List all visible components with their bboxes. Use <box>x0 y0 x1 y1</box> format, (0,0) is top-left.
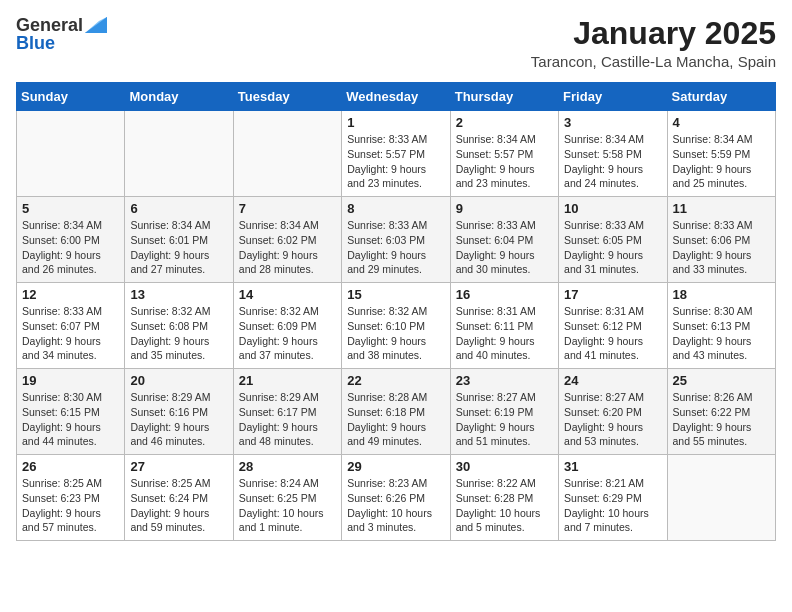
logo-general-text: General <box>16 16 83 34</box>
day-number: 12 <box>22 287 119 302</box>
day-info: Sunrise: 8:34 AM Sunset: 6:01 PM Dayligh… <box>130 218 227 277</box>
calendar-cell: 26Sunrise: 8:25 AM Sunset: 6:23 PM Dayli… <box>17 455 125 541</box>
day-number: 23 <box>456 373 553 388</box>
day-info: Sunrise: 8:31 AM Sunset: 6:11 PM Dayligh… <box>456 304 553 363</box>
day-number: 11 <box>673 201 770 216</box>
day-number: 14 <box>239 287 336 302</box>
day-info: Sunrise: 8:32 AM Sunset: 6:10 PM Dayligh… <box>347 304 444 363</box>
calendar-cell: 1Sunrise: 8:33 AM Sunset: 5:57 PM Daylig… <box>342 111 450 197</box>
day-info: Sunrise: 8:32 AM Sunset: 6:08 PM Dayligh… <box>130 304 227 363</box>
day-number: 1 <box>347 115 444 130</box>
day-info: Sunrise: 8:33 AM Sunset: 6:05 PM Dayligh… <box>564 218 661 277</box>
logo-blue-text: Blue <box>16 34 55 52</box>
day-info: Sunrise: 8:31 AM Sunset: 6:12 PM Dayligh… <box>564 304 661 363</box>
day-number: 20 <box>130 373 227 388</box>
day-info: Sunrise: 8:34 AM Sunset: 6:02 PM Dayligh… <box>239 218 336 277</box>
calendar-cell: 2Sunrise: 8:34 AM Sunset: 5:57 PM Daylig… <box>450 111 558 197</box>
calendar-cell <box>125 111 233 197</box>
calendar-cell: 15Sunrise: 8:32 AM Sunset: 6:10 PM Dayli… <box>342 283 450 369</box>
day-info: Sunrise: 8:33 AM Sunset: 6:06 PM Dayligh… <box>673 218 770 277</box>
day-number: 31 <box>564 459 661 474</box>
day-number: 19 <box>22 373 119 388</box>
day-info: Sunrise: 8:21 AM Sunset: 6:29 PM Dayligh… <box>564 476 661 535</box>
day-info: Sunrise: 8:27 AM Sunset: 6:19 PM Dayligh… <box>456 390 553 449</box>
calendar-cell: 28Sunrise: 8:24 AM Sunset: 6:25 PM Dayli… <box>233 455 341 541</box>
weekday-header-tuesday: Tuesday <box>233 83 341 111</box>
day-number: 26 <box>22 459 119 474</box>
day-info: Sunrise: 8:29 AM Sunset: 6:17 PM Dayligh… <box>239 390 336 449</box>
calendar-table: SundayMondayTuesdayWednesdayThursdayFrid… <box>16 82 776 541</box>
day-number: 16 <box>456 287 553 302</box>
day-info: Sunrise: 8:24 AM Sunset: 6:25 PM Dayligh… <box>239 476 336 535</box>
calendar-week-row: 5Sunrise: 8:34 AM Sunset: 6:00 PM Daylig… <box>17 197 776 283</box>
weekday-header-friday: Friday <box>559 83 667 111</box>
calendar-cell: 8Sunrise: 8:33 AM Sunset: 6:03 PM Daylig… <box>342 197 450 283</box>
day-number: 10 <box>564 201 661 216</box>
weekday-header-thursday: Thursday <box>450 83 558 111</box>
calendar-cell: 29Sunrise: 8:23 AM Sunset: 6:26 PM Dayli… <box>342 455 450 541</box>
calendar-cell: 23Sunrise: 8:27 AM Sunset: 6:19 PM Dayli… <box>450 369 558 455</box>
day-number: 15 <box>347 287 444 302</box>
day-info: Sunrise: 8:34 AM Sunset: 6:00 PM Dayligh… <box>22 218 119 277</box>
calendar-cell: 27Sunrise: 8:25 AM Sunset: 6:24 PM Dayli… <box>125 455 233 541</box>
day-info: Sunrise: 8:34 AM Sunset: 5:57 PM Dayligh… <box>456 132 553 191</box>
calendar-cell: 19Sunrise: 8:30 AM Sunset: 6:15 PM Dayli… <box>17 369 125 455</box>
day-number: 4 <box>673 115 770 130</box>
day-number: 2 <box>456 115 553 130</box>
month-title: January 2025 <box>531 16 776 51</box>
calendar-cell: 3Sunrise: 8:34 AM Sunset: 5:58 PM Daylig… <box>559 111 667 197</box>
title-block: January 2025 Tarancon, Castille-La Manch… <box>531 16 776 70</box>
day-info: Sunrise: 8:33 AM Sunset: 6:07 PM Dayligh… <box>22 304 119 363</box>
calendar-cell: 11Sunrise: 8:33 AM Sunset: 6:06 PM Dayli… <box>667 197 775 283</box>
calendar-cell <box>667 455 775 541</box>
location-title: Tarancon, Castille-La Mancha, Spain <box>531 53 776 70</box>
day-info: Sunrise: 8:29 AM Sunset: 6:16 PM Dayligh… <box>130 390 227 449</box>
calendar-cell: 6Sunrise: 8:34 AM Sunset: 6:01 PM Daylig… <box>125 197 233 283</box>
calendar-cell: 7Sunrise: 8:34 AM Sunset: 6:02 PM Daylig… <box>233 197 341 283</box>
calendar-cell: 16Sunrise: 8:31 AM Sunset: 6:11 PM Dayli… <box>450 283 558 369</box>
calendar-week-row: 12Sunrise: 8:33 AM Sunset: 6:07 PM Dayli… <box>17 283 776 369</box>
weekday-header-saturday: Saturday <box>667 83 775 111</box>
day-info: Sunrise: 8:25 AM Sunset: 6:24 PM Dayligh… <box>130 476 227 535</box>
calendar-cell: 14Sunrise: 8:32 AM Sunset: 6:09 PM Dayli… <box>233 283 341 369</box>
day-info: Sunrise: 8:25 AM Sunset: 6:23 PM Dayligh… <box>22 476 119 535</box>
day-info: Sunrise: 8:34 AM Sunset: 5:58 PM Dayligh… <box>564 132 661 191</box>
calendar-cell: 24Sunrise: 8:27 AM Sunset: 6:20 PM Dayli… <box>559 369 667 455</box>
day-number: 21 <box>239 373 336 388</box>
calendar-cell: 31Sunrise: 8:21 AM Sunset: 6:29 PM Dayli… <box>559 455 667 541</box>
calendar-cell: 25Sunrise: 8:26 AM Sunset: 6:22 PM Dayli… <box>667 369 775 455</box>
day-info: Sunrise: 8:26 AM Sunset: 6:22 PM Dayligh… <box>673 390 770 449</box>
day-info: Sunrise: 8:30 AM Sunset: 6:15 PM Dayligh… <box>22 390 119 449</box>
day-number: 25 <box>673 373 770 388</box>
day-info: Sunrise: 8:23 AM Sunset: 6:26 PM Dayligh… <box>347 476 444 535</box>
day-info: Sunrise: 8:32 AM Sunset: 6:09 PM Dayligh… <box>239 304 336 363</box>
day-number: 13 <box>130 287 227 302</box>
day-number: 22 <box>347 373 444 388</box>
day-number: 6 <box>130 201 227 216</box>
day-number: 8 <box>347 201 444 216</box>
day-info: Sunrise: 8:33 AM Sunset: 6:04 PM Dayligh… <box>456 218 553 277</box>
weekday-header-monday: Monday <box>125 83 233 111</box>
calendar-week-row: 19Sunrise: 8:30 AM Sunset: 6:15 PM Dayli… <box>17 369 776 455</box>
page-header: General Blue January 2025 Tarancon, Cast… <box>16 16 776 70</box>
day-info: Sunrise: 8:27 AM Sunset: 6:20 PM Dayligh… <box>564 390 661 449</box>
calendar-cell <box>17 111 125 197</box>
weekday-header-wednesday: Wednesday <box>342 83 450 111</box>
day-number: 9 <box>456 201 553 216</box>
calendar-week-row: 26Sunrise: 8:25 AM Sunset: 6:23 PM Dayli… <box>17 455 776 541</box>
day-info: Sunrise: 8:28 AM Sunset: 6:18 PM Dayligh… <box>347 390 444 449</box>
weekday-header-sunday: Sunday <box>17 83 125 111</box>
calendar-cell: 13Sunrise: 8:32 AM Sunset: 6:08 PM Dayli… <box>125 283 233 369</box>
calendar-cell: 12Sunrise: 8:33 AM Sunset: 6:07 PM Dayli… <box>17 283 125 369</box>
day-info: Sunrise: 8:34 AM Sunset: 5:59 PM Dayligh… <box>673 132 770 191</box>
weekday-header-row: SundayMondayTuesdayWednesdayThursdayFrid… <box>17 83 776 111</box>
calendar-cell: 30Sunrise: 8:22 AM Sunset: 6:28 PM Dayli… <box>450 455 558 541</box>
logo: General Blue <box>16 16 107 52</box>
calendar-cell: 4Sunrise: 8:34 AM Sunset: 5:59 PM Daylig… <box>667 111 775 197</box>
logo-icon <box>85 17 107 33</box>
day-info: Sunrise: 8:22 AM Sunset: 6:28 PM Dayligh… <box>456 476 553 535</box>
day-number: 27 <box>130 459 227 474</box>
day-number: 30 <box>456 459 553 474</box>
day-number: 28 <box>239 459 336 474</box>
calendar-cell: 10Sunrise: 8:33 AM Sunset: 6:05 PM Dayli… <box>559 197 667 283</box>
